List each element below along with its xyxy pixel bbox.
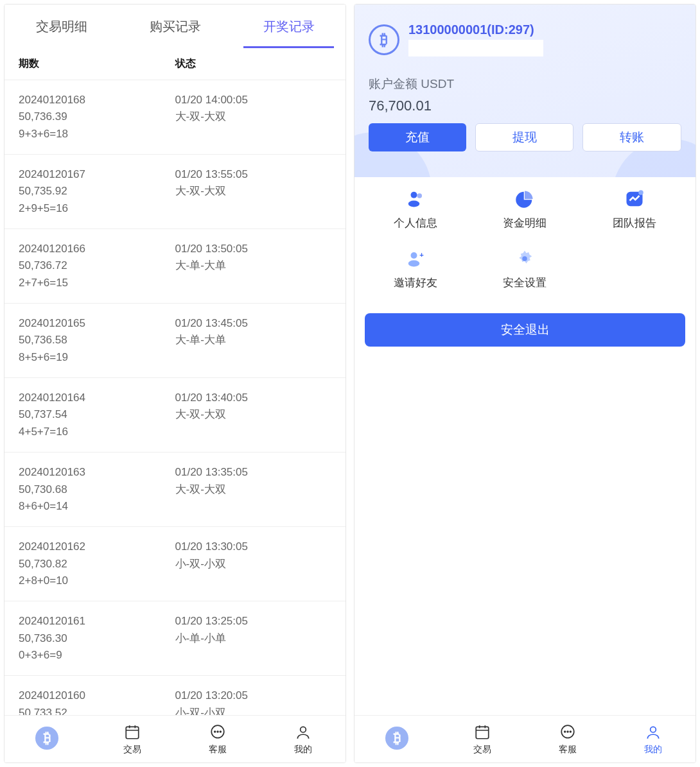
table-row: 2024012016450,737.544+5+7=1601/20 13:40:… xyxy=(4,378,346,452)
nav-trade[interactable]: 交易 xyxy=(440,716,525,763)
table-row: 2024012016750,735.922+9+5=1601/20 13:55:… xyxy=(4,155,346,229)
records-panel: 交易明细 购买记录 开奖记录 期数 状态 2024012016850,736.3… xyxy=(4,4,346,763)
svg-point-9 xyxy=(411,192,417,198)
svg-point-23 xyxy=(564,731,566,732)
nav-support[interactable]: 客服 xyxy=(525,716,611,763)
table-row: 2024012016350,730.688+6+0=1401/20 13:35:… xyxy=(4,452,346,527)
logout-button[interactable]: 安全退出 xyxy=(365,313,685,347)
svg-point-10 xyxy=(408,201,420,207)
records-list[interactable]: 2024012016850,736.399+3+6=1801/20 14:00:… xyxy=(4,80,346,715)
tab-purchases[interactable]: 购买记录 xyxy=(118,4,232,48)
cell-status: 01/20 13:50:05大-单-大单 xyxy=(175,241,332,291)
gear-icon xyxy=(514,248,535,269)
recharge-button[interactable]: 充值 xyxy=(369,123,466,151)
svg-text:+: + xyxy=(419,251,424,259)
chat-icon xyxy=(209,723,226,741)
chart-icon xyxy=(624,189,645,209)
cell-period: 2024012016750,735.922+9+5=16 xyxy=(19,166,175,217)
cell-period: 2024012016850,736.399+3+6=18 xyxy=(19,92,175,142)
cell-period: 2024012016050,733.522+5+3=10 xyxy=(19,687,175,715)
calendar-icon xyxy=(124,723,141,741)
cell-period: 2024012016350,730.688+6+0=14 xyxy=(19,464,175,515)
header-period: 期数 xyxy=(19,57,175,71)
svg-rect-0 xyxy=(126,727,139,738)
calendar-icon xyxy=(474,723,491,741)
header-status: 状态 xyxy=(175,57,332,71)
invite-icon: + xyxy=(405,248,426,269)
table-row: 2024012016250,730.822+8+0=1001/20 13:30:… xyxy=(4,527,346,601)
bottom-nav-left: ₿ 交易 客服 我的 xyxy=(4,715,346,763)
bitcoin-icon: ₿ xyxy=(369,24,399,55)
nav-support[interactable]: 客服 xyxy=(175,716,261,763)
menu-security[interactable]: 安全设置 xyxy=(470,248,579,290)
account-id: 13100000001(ID:297) xyxy=(408,22,543,37)
bitcoin-icon: ₿ xyxy=(33,729,60,747)
table-row: 2024012016850,736.399+3+6=1801/20 14:00:… xyxy=(4,80,346,155)
user-icon xyxy=(645,723,661,741)
cell-status: 01/20 13:40:05大-双-大双 xyxy=(175,390,332,440)
tab-lottery[interactable]: 开奖记录 xyxy=(232,4,346,48)
menu-team[interactable]: 团队报告 xyxy=(580,189,689,230)
cell-period: 2024012016450,737.544+5+7=16 xyxy=(19,390,175,440)
table-row: 2024012016550,736.588+5+6=1901/20 13:45:… xyxy=(4,304,346,378)
nav-home[interactable]: ₿ xyxy=(4,716,90,763)
svg-point-14 xyxy=(411,252,417,259)
transfer-button[interactable]: 转账 xyxy=(582,123,681,151)
cell-period: 2024012016250,730.822+8+0=10 xyxy=(19,539,175,589)
svg-rect-18 xyxy=(476,727,489,738)
cell-status: 01/20 13:45:05大-单-大单 xyxy=(175,315,332,366)
svg-point-5 xyxy=(214,731,216,732)
records-header: 期数 状态 xyxy=(4,48,346,80)
tabs: 交易明细 购买记录 开奖记录 xyxy=(4,4,346,48)
cell-status: 01/20 14:00:05大-双-大双 xyxy=(175,92,332,142)
cell-status: 01/20 13:30:05小-双-小双 xyxy=(175,539,332,589)
user-icon xyxy=(295,723,311,741)
menu-profile[interactable]: 个人信息 xyxy=(361,189,470,230)
nav-home[interactable]: ₿ xyxy=(354,716,440,763)
cell-period: 2024012016150,736.300+3+6=9 xyxy=(19,613,175,664)
menu-funds[interactable]: 资金明细 xyxy=(470,189,579,230)
profile-icon xyxy=(405,189,426,209)
nav-trade[interactable]: 交易 xyxy=(90,716,175,763)
balance-value: 76,700.01 xyxy=(369,98,681,114)
account-panel: ₿ 13100000001(ID:297) 账户金额 USDT 76,700.0… xyxy=(354,4,696,763)
piechart-icon xyxy=(514,189,535,209)
table-row: 2024012016150,736.300+3+6=901/20 13:25:0… xyxy=(4,601,346,676)
cell-status: 01/20 13:55:05大-双-大双 xyxy=(175,166,332,217)
svg-point-24 xyxy=(567,731,568,732)
cell-period: 2024012016650,736.722+7+6=15 xyxy=(19,241,175,291)
table-row: 2024012016050,733.522+5+3=1001/20 13:20:… xyxy=(4,676,346,715)
bottom-nav-right: ₿ 交易 客服 我的 xyxy=(354,715,696,763)
svg-point-13 xyxy=(638,190,643,195)
menu-invite[interactable]: + 邀请好友 xyxy=(361,248,470,290)
menu-grid: 个人信息 资金明细 团队报告 + 邀请好友 安全设置 xyxy=(354,177,696,294)
nav-mine[interactable]: 我的 xyxy=(260,716,346,763)
svg-point-7 xyxy=(220,731,221,732)
svg-point-25 xyxy=(570,731,571,732)
account-header: ₿ 13100000001(ID:297) 账户金额 USDT 76,700.0… xyxy=(354,4,696,177)
nav-mine[interactable]: 我的 xyxy=(610,716,696,763)
bitcoin-icon: ₿ xyxy=(383,729,410,747)
balance-label: 账户金额 USDT xyxy=(369,76,681,92)
tab-transactions[interactable]: 交易明细 xyxy=(4,4,118,48)
cell-period: 2024012016550,736.588+5+6=19 xyxy=(19,315,175,366)
svg-point-6 xyxy=(217,731,218,732)
table-row: 2024012016650,736.722+7+6=1501/20 13:50:… xyxy=(4,229,346,304)
svg-point-15 xyxy=(408,261,420,267)
cell-status: 01/20 13:20:05小-双-小双 xyxy=(175,687,332,715)
cell-status: 01/20 13:35:05大-双-大双 xyxy=(175,464,332,515)
svg-point-11 xyxy=(417,193,423,198)
cell-status: 01/20 13:25:05小-单-小单 xyxy=(175,613,332,664)
chat-icon xyxy=(559,723,576,741)
account-sub xyxy=(408,40,543,56)
withdraw-button[interactable]: 提现 xyxy=(475,123,574,151)
svg-point-26 xyxy=(650,727,656,732)
svg-point-8 xyxy=(300,727,306,732)
